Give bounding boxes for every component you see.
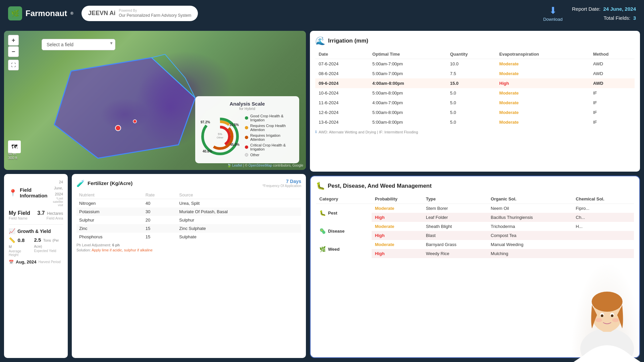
- irrigation-note: ℹ AWD: Alternate Wetting and Drying | IF…: [315, 130, 635, 134]
- field-info-icon: 📍: [9, 189, 17, 197]
- pest-organic: Manual Weeding: [487, 240, 572, 249]
- report-date-line: Report Date: 24 June, 2024: [572, 4, 636, 13]
- irrigation-icon: 🌊: [315, 36, 325, 46]
- fert-rate: 30: [143, 207, 177, 216]
- pest-type: Leaf Folder: [423, 213, 487, 222]
- pest-prob: Moderate: [372, 222, 423, 231]
- category-name: Pest: [328, 210, 337, 216]
- legend-item-good: Good Crop Health & Irrigation: [245, 114, 294, 122]
- report-date-label: Report Date:: [572, 6, 600, 12]
- pest-type: Sheath Blight: [423, 222, 487, 231]
- category-icon: 🐛: [319, 210, 326, 216]
- pest-table: Category Probability Type Organic Sol. C…: [316, 194, 634, 258]
- main-content: + − ⛶ Select a field ▼ 🗺 50 m 300 ft: [0, 27, 644, 362]
- my-field-name: My Field: [9, 210, 30, 216]
- fert-table-row: Potassium 30 Muriate Of Potash, Basal: [76, 207, 301, 216]
- donut-chart: 5% Other 97.2% 10.5% 45.8% 40.8%: [200, 116, 240, 157]
- download-label: Download: [543, 17, 562, 22]
- irr-col-time: Optimal Time: [369, 50, 447, 59]
- category-icon: 🌿: [319, 246, 326, 252]
- pest-type: Stem Borer: [423, 204, 487, 213]
- irrigation-header: 🌊 Irrigation (mm): [315, 36, 635, 46]
- irr-date: 08-6-2024: [315, 69, 369, 78]
- pest-management-icon: 🐛: [316, 182, 325, 190]
- logo-icon: 🌿: [8, 6, 22, 20]
- analysis-scale-popup: Analysis Scale for Hybrid: [195, 96, 299, 163]
- donut-label-45: 45.8%: [230, 143, 239, 146]
- irr-table-row: 09-6-2024 4:00am-8:00pm 15.0 High AWD: [315, 78, 635, 88]
- field-select-dropdown[interactable]: Select a field: [42, 39, 115, 50]
- legend-label-irrigation: Requires Irrigation Attention: [250, 133, 294, 141]
- irr-time: 5:00am-8:00pm: [369, 108, 447, 117]
- irr-method: AWD: [590, 78, 635, 88]
- fert-rate: 20: [143, 216, 177, 224]
- fert-source: Sulphate: [176, 233, 301, 241]
- donut-label-40: 40.8%: [203, 149, 212, 153]
- analysis-scale-subtitle: for Hybrid: [200, 107, 294, 111]
- irr-evap: Moderate: [496, 98, 590, 108]
- avg-height-unit: M: [9, 245, 12, 249]
- field-name-row: My Field Field Name 3.7 Hectares Field A…: [9, 210, 63, 220]
- right-column: 🌊 Irrigation (mm) Date Optimal Time Quan…: [310, 31, 640, 358]
- fert-col-nutrient: Nutrient: [76, 191, 143, 199]
- irr-col-evap: Evapotranspiration: [496, 50, 590, 59]
- svg-marker-0: [54, 58, 195, 158]
- pest-type: Blast: [423, 231, 487, 240]
- irr-col-qty: Quantity: [447, 50, 496, 59]
- field-info-date: 24 June, 2024: [54, 180, 63, 196]
- solution-link[interactable]: Apply lime if acidic, sulphur if alkalin…: [92, 248, 153, 252]
- freq-days: 7 Days: [262, 179, 301, 184]
- pest-title: Pest, Disease, And Weed Management: [328, 183, 432, 189]
- map-scale: 50 m 300 ft: [8, 152, 17, 160]
- pest-prob: High: [372, 249, 423, 258]
- legend-item-irrigation: Requires Irrigation Attention: [245, 133, 294, 141]
- leaflet-link[interactable]: 🍃 Leaflet: [227, 164, 242, 167]
- irr-qty: 5.0: [447, 98, 496, 108]
- report-info: Report Date: 24 June, 2024 Total Fields:…: [572, 4, 636, 22]
- zoom-in-button[interactable]: +: [8, 35, 19, 46]
- download-button[interactable]: ⬇ Download: [543, 5, 562, 22]
- irr-table-row: 11-6-2024 4:00am-7:00pm 5.0 Moderate IF: [315, 98, 635, 108]
- avg-height-icon: 📏: [9, 237, 15, 243]
- fert-ph-note: Ph Level Adjustment: 6 ph: [76, 243, 301, 247]
- irr-time: 4:00am-7:00pm: [369, 98, 447, 108]
- logo-area: 🌿 Farmonaut®: [8, 6, 73, 20]
- avg-height-stat: 📏 0.8 M Average Height: [9, 237, 29, 257]
- irr-evap: Moderate: [496, 117, 590, 127]
- layers-button[interactable]: 🗺: [8, 140, 21, 153]
- zoom-out-button[interactable]: −: [8, 46, 19, 57]
- legend-dot-critical: [245, 145, 248, 149]
- pest-organic: Neem Oil: [487, 204, 572, 213]
- pest-col-category: Category: [316, 194, 372, 204]
- legend-dot-good: [245, 116, 248, 120]
- fullscreen-button[interactable]: ⛶: [8, 60, 19, 70]
- irr-evap: Moderate: [496, 69, 590, 78]
- pest-disease-card: 🐛 Pest, Disease, And Weed Management Cat…: [310, 176, 640, 358]
- irr-date: 09-6-2024: [315, 78, 369, 88]
- field-area-val: 3.7: [37, 210, 45, 216]
- analysis-scale-title: Analysis Scale: [200, 101, 294, 107]
- freq-sublabel: *Frequency Of Application: [262, 184, 301, 188]
- irr-evap: High: [496, 78, 590, 88]
- osm-link[interactable]: OpenStreetMap: [249, 164, 272, 167]
- pest-prob: High: [372, 213, 423, 222]
- growth-yield-section: 📈 Growth & Yield 📏 0.8 M Average Height: [9, 224, 63, 264]
- svg-point-2: [115, 125, 121, 131]
- legend-dot-other: [245, 153, 248, 157]
- category-name: Weed: [328, 247, 339, 252]
- fertilizer-icon: 🧪: [76, 179, 85, 187]
- fert-col-rate: Rate: [143, 191, 177, 199]
- calendar-icon: 📅: [9, 260, 14, 264]
- field-info-header: 📍 Field Information 24 June, 2024 *Last …: [9, 179, 63, 207]
- irrigation-note-text: AWD: Alternate Wetting and Drying | IF: …: [319, 130, 418, 134]
- fert-col-source: Source: [176, 191, 301, 199]
- freq-label-area: 7 Days *Frequency Of Application: [262, 179, 301, 188]
- expected-yield-val: 2.5: [34, 237, 41, 243]
- legend-dot-irrigation: [245, 136, 248, 139]
- irr-method: IF: [590, 98, 635, 108]
- logo-text: Farmonaut: [25, 9, 67, 18]
- growth-stats: 📏 0.8 M Average Height 2.5 Tons (Per Acr…: [9, 237, 63, 257]
- field-area-area: 3.7 Hectares Field Area: [37, 210, 63, 220]
- field-info-card: 📍 Field Information 24 June, 2024 *Last …: [4, 174, 68, 358]
- fert-rate: 15: [143, 233, 177, 241]
